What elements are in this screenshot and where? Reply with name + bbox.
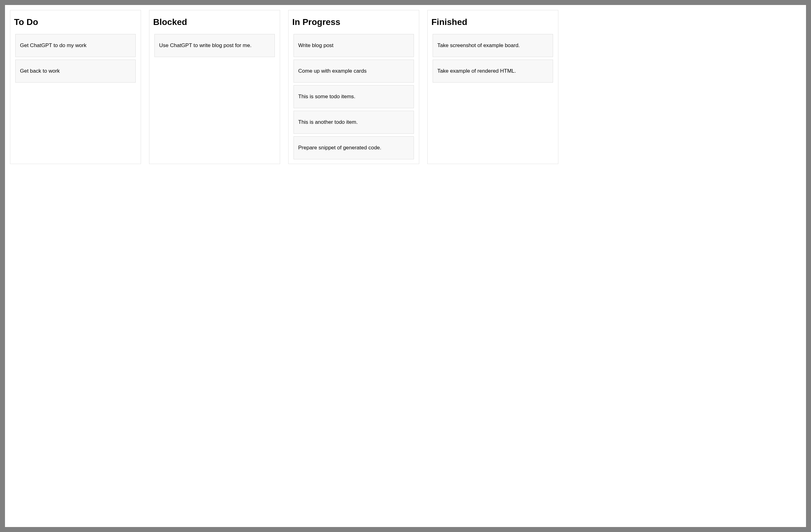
kanban-board: To Do Get ChatGPT to do my work Get back… xyxy=(5,5,806,527)
column-blocked[interactable]: Blocked Use ChatGPT to write blog post f… xyxy=(149,10,280,164)
card-text: This is another todo item. xyxy=(298,119,358,125)
kanban-card[interactable]: Write blog post xyxy=(293,34,414,57)
kanban-card[interactable]: This is some todo items. xyxy=(293,85,414,108)
column-title: To Do xyxy=(14,17,137,27)
card-text: Get back to work xyxy=(20,68,60,74)
column-finished[interactable]: Finished Take screenshot of example boar… xyxy=(427,10,558,164)
kanban-card[interactable]: Take example of rendered HTML. xyxy=(433,60,553,83)
card-text: Write blog post xyxy=(298,43,334,48)
card-text: Take example of rendered HTML. xyxy=(437,68,516,74)
column-title: Blocked xyxy=(153,17,276,27)
card-text: Come up with example cards xyxy=(298,68,367,74)
column-title: In Progress xyxy=(292,17,415,27)
column-in-progress[interactable]: In Progress Write blog post Come up with… xyxy=(288,10,419,164)
card-text: This is some todo items. xyxy=(298,94,355,99)
column-to-do[interactable]: To Do Get ChatGPT to do my work Get back… xyxy=(10,10,141,164)
kanban-card[interactable]: Come up with example cards xyxy=(293,60,414,83)
kanban-card[interactable]: Get back to work xyxy=(15,60,136,83)
kanban-card[interactable]: Prepare snippet of generated code. xyxy=(293,136,414,159)
card-text: Prepare snippet of generated code. xyxy=(298,145,382,151)
kanban-card[interactable]: Get ChatGPT to do my work xyxy=(15,34,136,57)
card-text: Take screenshot of example board. xyxy=(437,43,520,48)
kanban-card[interactable]: Take screenshot of example board. xyxy=(433,34,553,57)
kanban-card[interactable]: This is another todo item. xyxy=(293,111,414,134)
kanban-card[interactable]: Use ChatGPT to write blog post for me. xyxy=(154,34,275,57)
card-text: Get ChatGPT to do my work xyxy=(20,43,87,48)
card-text: Use ChatGPT to write blog post for me. xyxy=(159,43,251,48)
column-title: Finished xyxy=(431,17,554,27)
